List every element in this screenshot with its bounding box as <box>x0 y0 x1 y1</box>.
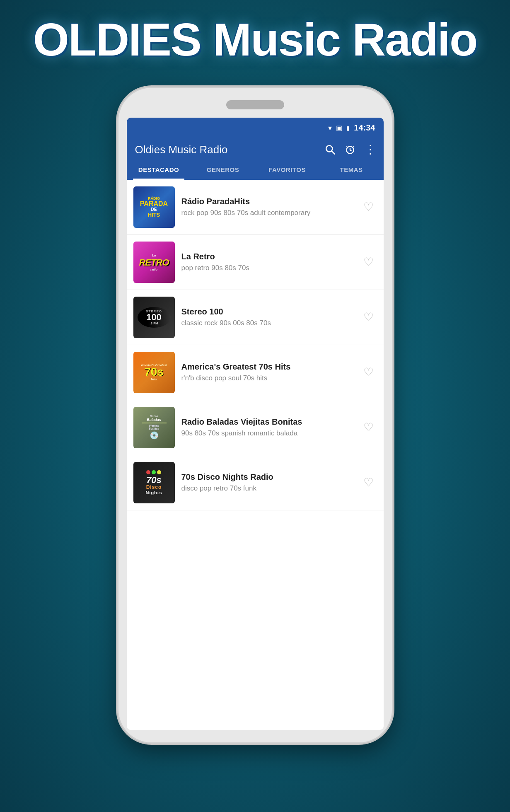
station-tags: classic rock 90s 00s 80s 70s <box>181 319 353 327</box>
favorite-button-stereo100[interactable]: ♡ <box>360 307 377 327</box>
tab-temas[interactable]: TEMAS <box>319 160 384 180</box>
wifi-icon: ▾ <box>328 123 332 133</box>
list-item[interactable]: Radio Baladas Viejitas Bonitas 💿 Radio B… <box>127 400 384 455</box>
radio-list: RÁDIO PARADA DE HITS Rádio ParadaHits ro… <box>127 180 384 730</box>
favorite-button-disco70s[interactable]: ♡ <box>360 472 377 493</box>
station-logo-baladas: Radio Baladas Viejitas Bonitas 💿 <box>133 407 175 448</box>
station-info-laretro: La Retro pop retro 90s 80s 70s <box>181 252 353 272</box>
more-button[interactable]: ⋮ <box>365 144 375 155</box>
list-item[interactable]: 70s Disco Nights 70s Disco Nights Radio … <box>127 455 384 510</box>
list-item[interactable]: La RETRO radio La Retro pop retro 90s 80… <box>127 235 384 290</box>
list-item[interactable]: STEREO 100 .3 FM Stereo 100 classic rock… <box>127 290 384 345</box>
app-bar-title: Oldies Music Radio <box>135 143 228 156</box>
station-name: Rádio ParadaHits <box>181 197 353 206</box>
search-button[interactable] <box>325 144 336 155</box>
station-info-stereo100: Stereo 100 classic rock 90s 00s 80s 70s <box>181 307 353 327</box>
list-item[interactable]: RÁDIO PARADA DE HITS Rádio ParadaHits ro… <box>127 180 384 235</box>
favorite-button-laretro[interactable]: ♡ <box>360 252 377 272</box>
station-name: Radio Baladas Viejitas Bonitas <box>181 417 353 427</box>
tab-favoritos[interactable]: FAVORITOS <box>255 160 319 180</box>
station-info-baladas: Radio Baladas Viejitas Bonitas 90s 80s 7… <box>181 417 353 437</box>
favorite-button-paradahits[interactable]: ♡ <box>360 197 377 217</box>
station-tags: 90s 80s 70s spanish romantic balada <box>181 429 353 437</box>
phone-screen: ▾ ▣ ▮ 14:34 Oldies Music Radio <box>127 118 384 730</box>
alarm-button[interactable] <box>345 144 355 155</box>
favorite-button-americas70s[interactable]: ♡ <box>360 362 377 382</box>
station-tags: r'n'b disco pop soul 70s hits <box>181 374 353 382</box>
list-item[interactable]: America's Greatest 70s Hits America's Gr… <box>127 345 384 400</box>
station-logo-paradahits: RÁDIO PARADA DE HITS <box>133 186 175 228</box>
favorite-button-baladas[interactable]: ♡ <box>360 417 377 437</box>
station-logo-disco70s: 70s Disco Nights <box>133 462 175 503</box>
signal-icon: ▣ <box>336 124 342 132</box>
phone-frame: ▾ ▣ ▮ 14:34 Oldies Music Radio <box>118 88 392 742</box>
app-title: OLDIES Music Radio <box>17 17 494 63</box>
station-name: America's Greatest 70s Hits <box>181 362 353 372</box>
app-bar: Oldies Music Radio <box>127 138 384 160</box>
status-bar: ▾ ▣ ▮ 14:34 <box>127 118 384 138</box>
svg-line-1 <box>331 151 334 154</box>
station-name: Stereo 100 <box>181 307 353 317</box>
station-name: La Retro <box>181 252 353 261</box>
phone-speaker <box>226 100 284 109</box>
station-info-americas70s: America's Greatest 70s Hits r'n'b disco … <box>181 362 353 382</box>
status-time: 14:34 <box>354 123 375 133</box>
station-logo-stereo100: STEREO 100 .3 FM <box>133 297 175 338</box>
tab-destacado[interactable]: DESTACADO <box>127 160 191 180</box>
station-tags: rock pop 90s 80s 70s adult contemporary <box>181 209 353 217</box>
status-icons: ▾ ▣ ▮ 14:34 <box>328 123 375 133</box>
app-bar-icons: ⋮ <box>325 144 375 155</box>
station-tags: disco pop retro 70s funk <box>181 484 353 493</box>
station-info-paradahits: Rádio ParadaHits rock pop 90s 80s 70s ad… <box>181 197 353 217</box>
station-tags: pop retro 90s 80s 70s <box>181 264 353 272</box>
battery-icon: ▮ <box>346 125 350 131</box>
tab-generos[interactable]: GENEROS <box>191 160 255 180</box>
station-logo-laretro: La RETRO radio <box>133 242 175 283</box>
tabs-bar: DESTACADO GENEROS FAVORITOS TEMAS <box>127 160 384 180</box>
station-logo-americas70s: America's Greatest 70s Hits <box>133 352 175 393</box>
station-info-disco70s: 70s Disco Nights Radio disco pop retro 7… <box>181 472 353 493</box>
station-name: 70s Disco Nights Radio <box>181 472 353 482</box>
